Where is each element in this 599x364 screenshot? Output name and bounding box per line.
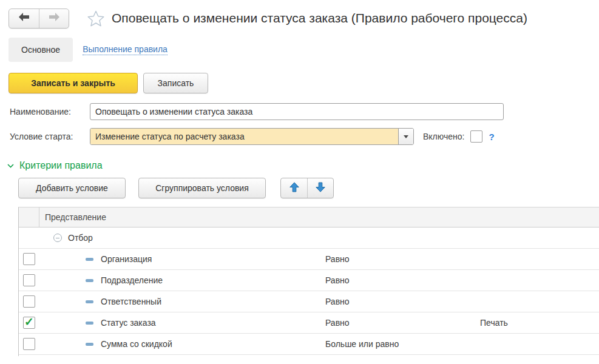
condition-item-icon (86, 279, 93, 282)
forward-arrow-icon (49, 13, 59, 24)
table-group-row-otbor[interactable]: Отбор (19, 228, 599, 249)
start-condition-label: Условие старта: (10, 132, 90, 141)
tab-link-rule-execution[interactable]: Выполнение правила (83, 44, 168, 55)
help-link[interactable]: ? (489, 132, 494, 142)
collapse-minus-icon[interactable] (53, 234, 62, 242)
back-arrow-icon (19, 13, 30, 24)
criteria-section-header[interactable]: Критерии правила (7, 160, 599, 171)
section-collapse-chevron-icon (7, 164, 14, 168)
condition-comparison: Равно (322, 254, 471, 264)
condition-name: Сумма со скидкой (101, 339, 172, 349)
condition-item-icon (86, 258, 93, 261)
move-down-button[interactable] (307, 178, 333, 198)
workflow-rule-form: Оповещать о изменении статуса заказа (Пр… (0, 0, 599, 364)
group-conditions-button[interactable]: Сгруппировать условия (138, 178, 266, 198)
group-row-label: Отбор (68, 233, 93, 243)
save-button[interactable]: Записать (143, 73, 208, 93)
start-condition-value[interactable]: Изменение статуса по расчету заказа (90, 129, 398, 144)
condition-item-icon (86, 322, 93, 325)
tab-bar: Основное Выполнение правила (8, 38, 599, 62)
chevron-down-icon (404, 135, 408, 138)
tab-main[interactable]: Основное (8, 38, 73, 62)
command-bar: Записать и закрыть Записать (8, 73, 599, 93)
condition-name: Ответственный (101, 297, 161, 306)
back-button[interactable] (9, 9, 39, 28)
enabled-label: Включено: (423, 132, 464, 141)
move-up-button[interactable] (281, 178, 307, 198)
condition-comparison: Равно (322, 275, 471, 285)
row-checkbox[interactable] (23, 338, 35, 350)
name-input[interactable] (90, 103, 504, 120)
criteria-section-title: Критерии правила (19, 160, 103, 171)
condition-item-icon (86, 300, 93, 303)
condition-name: Организация (101, 254, 152, 264)
condition-comparison: Равно (322, 318, 471, 328)
save-and-close-button[interactable]: Записать и закрыть (8, 73, 138, 93)
move-buttons-group (280, 178, 334, 198)
start-condition-dropdown-button[interactable] (398, 129, 413, 144)
forward-button[interactable] (39, 9, 69, 28)
criteria-toolbar: Добавить условие Сгруппировать условия (18, 178, 599, 198)
table-header-row: Представление (19, 207, 599, 228)
condition-comparison: Больше или равно (322, 339, 471, 349)
row-checkbox[interactable] (23, 295, 35, 308)
table-row[interactable]: Статус заказа Равно Печать (19, 312, 599, 334)
condition-name: Подразделение (101, 275, 163, 285)
table-row[interactable]: Организация Равно (19, 249, 599, 270)
table-row[interactable]: Сумма со скидкой Больше или равно (19, 334, 599, 355)
page-title: Оповещать о изменении статуса заказа (Пр… (112, 11, 527, 25)
enabled-checkbox[interactable] (470, 130, 482, 143)
table-row[interactable]: Подразделение Равно (19, 270, 599, 291)
header-checkbox-column (19, 207, 39, 227)
criteria-table: Представление Отбор Организация Равно По… (18, 207, 599, 356)
title-bar: Оповещать о изменении статуса заказа (Пр… (0, 0, 599, 29)
row-checkbox[interactable] (23, 274, 35, 286)
condition-comparison: Равно (322, 297, 471, 306)
add-condition-button[interactable]: Добавить условие (18, 178, 126, 198)
row-checkbox[interactable] (23, 317, 35, 329)
favorite-star-icon[interactable] (87, 10, 104, 27)
start-condition-combobox[interactable]: Изменение статуса по расчету заказа (90, 128, 414, 145)
start-condition-row: Условие старта: Изменение статуса по рас… (10, 128, 599, 145)
condition-name: Статус заказа (101, 318, 156, 328)
up-arrow-icon (289, 182, 299, 195)
table-row[interactable]: Ответственный Равно (19, 291, 599, 312)
condition-item-icon (86, 343, 93, 346)
enabled-wrap: Включено: ? (423, 130, 495, 143)
header-representation: Представление (39, 212, 322, 222)
name-row: Наименование: (10, 103, 599, 120)
down-arrow-icon (316, 182, 325, 195)
name-label: Наименование: (10, 107, 90, 116)
row-checkbox[interactable] (23, 253, 35, 265)
condition-value: Печать (471, 318, 599, 328)
history-nav-group (8, 8, 69, 29)
